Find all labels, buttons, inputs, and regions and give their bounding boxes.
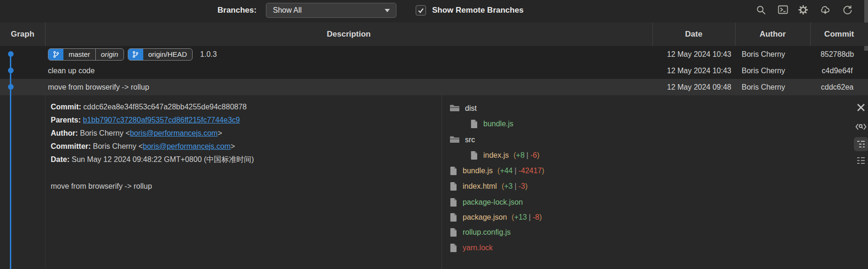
- branches-label: Branches:: [217, 0, 256, 21]
- tree-folder-src[interactable]: src: [450, 132, 475, 147]
- column-divider[interactable]: [652, 23, 653, 46]
- file-icon: [450, 182, 457, 191]
- top-control-bar: Branches: Show All Show Remote Branches: [0, 0, 868, 23]
- commit-message: 1.0.3: [200, 46, 217, 62]
- git-branch-icon: [48, 49, 63, 60]
- column-header-description[interactable]: Description: [45, 23, 652, 46]
- commit-date: 12 May 2024 10:43: [652, 62, 731, 79]
- show-remote-branches-label: Show Remote Branches: [432, 0, 524, 21]
- chevron-down-icon: [385, 9, 390, 12]
- commit-table-header: Graph Description Date Author Commit: [0, 23, 868, 46]
- commit-row[interactable]: master origin origin/HEAD 1.0.3 12 May 2…: [0, 46, 868, 62]
- committer-email-link[interactable]: boris@performancejs.com: [143, 142, 231, 150]
- tree-folder-dist[interactable]: dist: [450, 100, 477, 116]
- branches-dropdown-value: Show All: [273, 6, 302, 14]
- branches-dropdown[interactable]: Show All: [266, 3, 396, 18]
- tree-file-yarn-lock[interactable]: yarn.lock: [450, 240, 493, 255]
- refresh-icon[interactable]: [841, 3, 854, 16]
- commit-info-block: Commit: cddc62ea8e34f853c647a28bb4255de9…: [51, 100, 254, 166]
- column-header-commit[interactable]: Commit: [810, 23, 868, 46]
- commit-author: Boris Cherny: [742, 79, 785, 95]
- tree-file-src-index-js[interactable]: index.js (+8|-6): [471, 147, 540, 163]
- column-divider[interactable]: [45, 23, 46, 46]
- tree-file-package-lock-json[interactable]: package-lock.json: [450, 194, 523, 210]
- commit-hash: cddc62ea: [810, 79, 864, 95]
- code-review-icon[interactable]: [854, 120, 868, 134]
- commit-row-selected[interactable]: move from browserify -> rollup 12 May 20…: [0, 79, 868, 95]
- commit-row[interactable]: clean up code 12 May 2024 10:43 Boris Ch…: [0, 62, 868, 79]
- file-icon: [471, 151, 478, 160]
- commit-details-panel: Commit: cddc62ea8e34f853c647a28bb4255de9…: [0, 95, 868, 269]
- commit-message: move from browserify -> rollup: [48, 79, 149, 95]
- commit-author: Boris Cherny: [742, 62, 785, 79]
- settings-gear-icon[interactable]: [797, 3, 810, 16]
- detail-parents-line: Parents: b1bb7907c37280af95357cd86ff215f…: [51, 114, 254, 127]
- close-icon[interactable]: [854, 100, 868, 115]
- branch-badge-master[interactable]: master origin: [48, 48, 124, 61]
- commit-dot[interactable]: [8, 68, 14, 73]
- diff-stats: (+8|-6): [513, 151, 539, 160]
- column-header-graph[interactable]: Graph: [0, 23, 45, 46]
- tree-file-package-json[interactable]: package.json (+13|-8): [450, 209, 542, 225]
- git-branch-icon: [128, 49, 143, 60]
- column-header-author[interactable]: Author: [735, 23, 810, 46]
- commit-hash: c4d9e64f: [810, 62, 864, 79]
- commit-date: 12 May 2024 10:43: [652, 46, 731, 62]
- tree-file-bundle-js[interactable]: bundle.js (+44|-42417): [450, 163, 544, 178]
- detail-date-line: Date: Sun May 12 2024 09:48:22 GMT+0800 …: [51, 153, 254, 166]
- file-icon: [450, 198, 457, 207]
- graph-column-divider: [45, 95, 46, 269]
- file-list-view-icon[interactable]: [854, 154, 868, 168]
- branch-name: origin/HEAD: [143, 49, 193, 60]
- folder-icon: [450, 136, 459, 144]
- tree-file-rollup-config-js[interactable]: rollup.config.js: [450, 224, 511, 240]
- tree-file-index-html[interactable]: index.html (+3|-3): [450, 178, 527, 194]
- commit-author: Boris Cherny: [742, 46, 785, 62]
- tree-file-dist-bundle-js[interactable]: bundle.js: [471, 116, 513, 131]
- file-icon: [450, 244, 457, 252]
- checkmark-icon: [417, 7, 425, 14]
- file-tree-view-icon[interactable]: [854, 137, 868, 151]
- show-remote-branches-checkbox[interactable]: [416, 5, 426, 15]
- commit-full-message: move from browserify -> rollup: [51, 182, 152, 191]
- column-divider[interactable]: [735, 23, 736, 46]
- diff-stats: (+13|-8): [512, 213, 542, 222]
- column-header-date[interactable]: Date: [652, 23, 735, 46]
- author-email-link[interactable]: boris@performancejs.com: [130, 129, 217, 137]
- commit-dot[interactable]: [8, 84, 14, 90]
- file-icon: [450, 228, 457, 237]
- detail-commit-line: Commit: cddc62ea8e34f853c647a28bb4255de9…: [51, 100, 254, 114]
- details-tree-divider: [442, 95, 442, 269]
- file-icon: [471, 120, 478, 128]
- git-graph-view: Branches: Show All Show Remote Branches: [0, 0, 868, 269]
- column-divider[interactable]: [810, 23, 811, 46]
- commit-message: clean up code: [48, 62, 95, 79]
- terminal-icon[interactable]: [776, 3, 790, 16]
- branch-name: master: [63, 49, 95, 60]
- file-icon: [450, 213, 457, 222]
- folder-icon: [450, 104, 459, 112]
- fetch-cloud-download-icon[interactable]: [819, 3, 832, 16]
- commit-refs-and-message: master origin origin/HEAD 1.0.3: [45, 46, 217, 62]
- branch-badge-origin-head[interactable]: origin/HEAD: [128, 48, 193, 61]
- diff-stats: (+44|-42417): [497, 167, 544, 175]
- commit-hash: 852788db: [810, 46, 864, 62]
- commit-date: 12 May 2024 09:48: [652, 79, 731, 95]
- remote-name: origin: [95, 49, 124, 60]
- parent-commit-link[interactable]: b1bb7907c37280af95357cd86ff215fc7744e3c9: [83, 116, 240, 124]
- diff-stats: (+3|-3): [502, 182, 527, 191]
- detail-committer-line: Committer: Boris Cherny <boris@performan…: [51, 140, 254, 153]
- file-icon: [450, 167, 457, 175]
- detail-author-line: Author: Boris Cherny <boris@performancej…: [51, 127, 254, 140]
- search-icon[interactable]: [754, 3, 767, 16]
- commit-dot[interactable]: [8, 51, 14, 57]
